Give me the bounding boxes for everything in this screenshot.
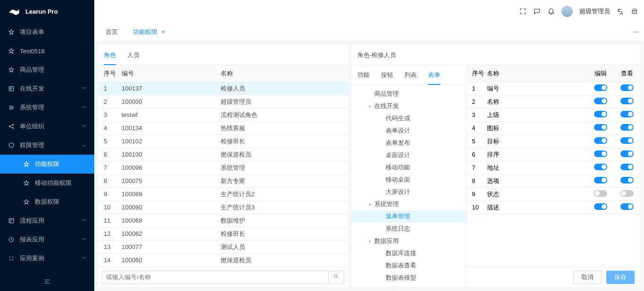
sidebar-item[interactable]: 应用案例﹀ — [0, 249, 94, 268]
cancel-button[interactable]: 取消 — [573, 271, 602, 284]
tree-node[interactable]: 系统日志 — [352, 223, 467, 235]
table-row[interactable]: 4100134热线客服 — [98, 122, 348, 135]
tree-node[interactable]: 菜单管理 — [352, 210, 467, 223]
detail-tab[interactable]: 按钮 — [381, 65, 393, 85]
edit-switch[interactable] — [594, 190, 607, 197]
collapse-sidebar-button[interactable] — [0, 272, 94, 291]
search-input[interactable] — [102, 271, 328, 284]
username[interactable]: 超级管理员 — [579, 7, 610, 16]
tree-node-label: 商品管理 — [374, 90, 399, 98]
edit-switch[interactable] — [594, 111, 607, 117]
chevron-up-icon: ︿ — [82, 142, 87, 149]
search-button[interactable] — [328, 271, 344, 284]
sidebar-item[interactable]: 报表应用﹀ — [0, 230, 94, 249]
save-button[interactable]: 保存 — [606, 271, 635, 284]
svg-point-13 — [334, 274, 337, 277]
edit-switch[interactable] — [594, 150, 607, 157]
chevron-down-icon: ﹀ — [82, 85, 87, 92]
tree-node-label: 数据源 — [386, 286, 404, 287]
role-tab[interactable]: 角色 — [104, 45, 116, 65]
tree-node[interactable]: 桌面设计 — [352, 149, 467, 161]
sidebar-item[interactable]: 数据权限 — [0, 192, 94, 211]
view-switch[interactable] — [620, 150, 634, 157]
perm-row: 3上级 — [467, 108, 640, 122]
edit-switch[interactable] — [594, 124, 607, 131]
tree-node[interactable]: ▾在线开发 — [352, 100, 467, 112]
view-switch[interactable] — [620, 177, 634, 183]
svg-point-9 — [9, 257, 10, 258]
view-switch[interactable] — [620, 124, 634, 131]
view-switch[interactable] — [620, 190, 634, 197]
table-row[interactable]: 9100089生产统计员2 — [98, 188, 348, 201]
tree-node[interactable]: 表单发布 — [352, 137, 467, 149]
tabs-more-icon[interactable]: ··· — [627, 27, 644, 37]
close-icon[interactable]: ✕ — [161, 29, 165, 34]
tree-node[interactable]: ▾系统管理 — [352, 198, 467, 210]
table-row[interactable]: 6100100燃保巡检员 — [98, 148, 348, 161]
view-switch[interactable] — [620, 84, 634, 91]
tree-node[interactable]: 数据表模型 — [352, 272, 467, 284]
avatar[interactable] — [561, 6, 573, 17]
table-row[interactable]: 14100060燃保巡检员 — [98, 254, 348, 266]
sidebar-item[interactable]: 在线开发﹀ — [0, 79, 94, 98]
cell-index: 6 — [467, 151, 487, 158]
tree-node[interactable]: 移动功能 — [352, 161, 467, 174]
table-row[interactable]: 7100096系统管理 — [98, 161, 348, 175]
sidebar-item[interactable]: 项目表单 — [0, 23, 94, 42]
edit-switch[interactable] — [594, 137, 607, 144]
view-switch[interactable] — [620, 111, 634, 117]
table-row[interactable]: 10100090生产统计员3 — [98, 201, 348, 214]
table-row[interactable]: 5100102检修班长 — [98, 135, 348, 148]
sidebar-item[interactable]: 系统管理﹀ — [0, 98, 94, 117]
table-row[interactable]: 8100075新方专家 — [98, 175, 348, 188]
sidebar-item[interactable]: 权限管理︿ — [0, 136, 94, 155]
tree-node[interactable]: ▾数据应用 — [352, 235, 467, 247]
sidebar-item[interactable]: 流程应用﹀ — [0, 211, 94, 230]
tree-node[interactable]: 商品管理 — [352, 88, 467, 100]
sidebar-item[interactable]: Test0516 — [0, 42, 94, 60]
detail-tab[interactable]: 表单 — [428, 65, 440, 85]
sidebar-item[interactable]: 商品管理 — [0, 60, 94, 79]
fullscreen-icon[interactable] — [519, 8, 527, 15]
sidebar-item[interactable]: 功能权限 — [0, 155, 94, 174]
view-switch[interactable] — [620, 203, 634, 210]
tree-node[interactable]: 数据源 — [352, 284, 467, 287]
detail-tab[interactable]: 列表 — [405, 65, 417, 85]
table-row[interactable]: 1100137检修人员 — [98, 82, 348, 95]
message-icon[interactable] — [533, 8, 541, 15]
role-tab[interactable]: 人员 — [127, 45, 140, 65]
chevron-down-icon: ▾ — [365, 104, 374, 109]
view-switch[interactable] — [620, 98, 634, 104]
theme-icon[interactable] — [631, 8, 638, 15]
detail-tab[interactable]: 功能 — [357, 65, 370, 85]
table-row[interactable]: 11100068数据维护 — [98, 214, 348, 227]
pcol-name: 名称 — [487, 69, 587, 78]
view-switch[interactable] — [620, 164, 634, 170]
table-row[interactable]: 2100000超级管理员 — [98, 95, 348, 108]
sidebar-item[interactable]: 移动功能权限 — [0, 174, 94, 192]
tab-label: 首页 — [106, 28, 118, 36]
page-tab[interactable]: 功能权限✕ — [125, 23, 173, 42]
edit-switch[interactable] — [594, 84, 607, 91]
tree-node[interactable]: 数据表查看 — [352, 259, 467, 272]
table-row[interactable]: 3testwf流程测试角色 — [98, 108, 348, 122]
language-icon[interactable] — [617, 8, 624, 15]
view-switch[interactable] — [620, 137, 634, 144]
table-row[interactable]: 13100077测试人员 — [98, 241, 348, 254]
edit-switch[interactable] — [594, 164, 607, 170]
cell-index: 12 — [98, 230, 122, 237]
edit-switch[interactable] — [594, 98, 607, 104]
tree-node[interactable]: 代码生成 — [352, 112, 467, 125]
sidebar-item[interactable]: 单位组织﹀ — [0, 117, 94, 136]
tree-node[interactable]: 移动桌面 — [352, 174, 467, 186]
bell-icon[interactable] — [547, 8, 555, 15]
table-row[interactable]: 12100062检修班长 — [98, 227, 348, 241]
cell-name: 检修人员 — [221, 84, 348, 93]
edit-switch[interactable] — [594, 177, 607, 183]
edit-switch[interactable] — [594, 203, 607, 210]
page-tab[interactable]: 首页 — [98, 23, 125, 42]
tab-label: 功能权限 — [133, 28, 157, 36]
tree-node[interactable]: 数据库连接 — [352, 247, 467, 259]
tree-node[interactable]: 大屏设计 — [352, 186, 467, 198]
tree-node[interactable]: 表单设计 — [352, 125, 467, 137]
